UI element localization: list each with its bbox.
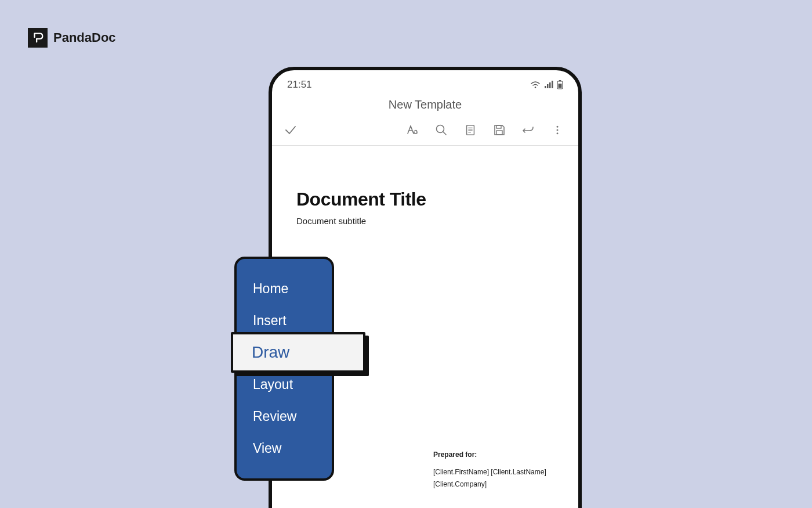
prepared-for-section[interactable]: Prepared for: [Client.FirstName] [Client… (433, 449, 546, 491)
document-canvas[interactable]: Document Title Document subtitle (272, 146, 578, 226)
brand-logo: PandaDoc (28, 28, 116, 48)
save-button[interactable] (492, 123, 506, 137)
svg-point-13 (557, 129, 559, 131)
document-subtitle[interactable]: Document subtitle (296, 216, 554, 226)
svg-rect-11 (496, 131, 502, 135)
logo-text: PandaDoc (53, 30, 116, 45)
status-icons (530, 80, 563, 89)
tab-review[interactable]: Review (237, 401, 332, 433)
svg-point-12 (557, 126, 559, 128)
svg-rect-2 (547, 84, 549, 88)
client-company-placeholder: [Client.Company] (433, 478, 546, 491)
svg-rect-7 (559, 84, 562, 88)
tab-layout[interactable]: Layout (237, 369, 332, 401)
prepared-label: Prepared for: (433, 449, 546, 462)
logo-icon (28, 28, 48, 48)
search-button[interactable] (434, 123, 448, 137)
svg-rect-3 (549, 82, 551, 88)
tab-home[interactable]: Home (237, 273, 332, 305)
text-style-button[interactable] (405, 123, 419, 137)
svg-point-0 (535, 87, 536, 88)
client-name-placeholder: [Client.FirstName] [Client.LastName] (433, 466, 546, 479)
wifi-icon (530, 81, 541, 89)
tab-view[interactable]: View (237, 433, 332, 464)
document-title[interactable]: Document Title (296, 189, 554, 210)
svg-rect-4 (552, 81, 553, 88)
more-options-button[interactable] (550, 123, 564, 137)
svg-point-14 (557, 132, 559, 134)
status-time: 21:51 (287, 79, 312, 91)
confirm-button[interactable] (284, 123, 298, 137)
battery-icon (557, 80, 563, 89)
toolbar (272, 118, 578, 146)
status-bar: 21:51 (272, 70, 578, 95)
svg-rect-6 (559, 80, 561, 81)
reading-view-button[interactable] (463, 123, 477, 137)
svg-rect-1 (545, 86, 546, 88)
tab-draw-active[interactable]: Draw (231, 332, 365, 373)
page-title: New Template (272, 95, 578, 118)
undo-button[interactable] (521, 123, 535, 137)
signal-icon (544, 81, 553, 89)
